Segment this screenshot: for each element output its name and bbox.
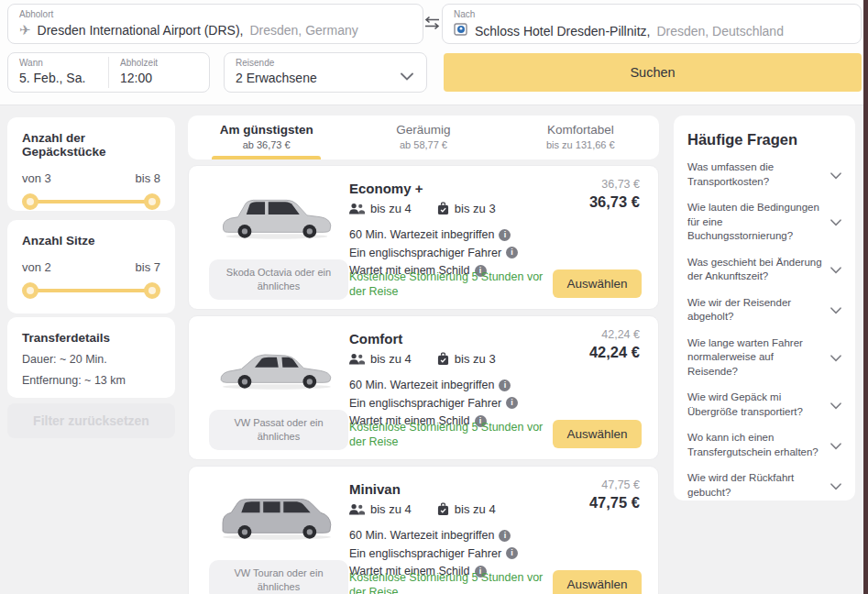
offer-category-tabs: Am günstigsten ab 36,73 € Geräumig ab 58…	[188, 116, 659, 160]
luggage-icon	[437, 352, 449, 366]
transfer-booking-page: Abholort ✈ Dresden International Airport…	[0, 0, 868, 594]
faq-item-arrival-change[interactable]: Was geschieht bei Änderung der Ankunftsz…	[687, 256, 841, 284]
tab-cheapest[interactable]: Am günstigsten ab 36,73 €	[188, 116, 345, 160]
tab-price: bis zu 131,66 €	[502, 139, 659, 150]
slider-handle-min[interactable]	[22, 282, 38, 299]
pickup-location-field[interactable]: Abholort ✈ Dresden International Airport…	[7, 4, 423, 44]
free-cancellation-note: Kostenlose Stornierung 5 Stunden vor der…	[349, 570, 562, 594]
travelers-label: Reisende	[236, 58, 415, 68]
luggage-range-slider[interactable]	[22, 193, 160, 210]
seats-range-slider[interactable]	[22, 282, 160, 299]
dropoff-location-field[interactable]: Nach Schloss Hotel Dresden-Pillnitz, Dre…	[442, 4, 862, 44]
price-total: 47,75 €	[589, 494, 640, 512]
date-field[interactable]: Wann 5. Feb., Sa.	[8, 53, 108, 92]
tab-spacious[interactable]: Geräumig ab 58,77 €	[345, 116, 501, 160]
faq-item-return-trip[interactable]: Wie wird der Rückfahrt gebucht?	[687, 471, 841, 500]
vehicle-model-pill: VW Passat oder ein ähnliches	[209, 410, 348, 450]
transfer-details-card: Transferdetails Dauer: ~ 20 Min. Entfern…	[7, 317, 175, 398]
tab-label: Am günstigsten	[188, 123, 345, 137]
slider-track	[28, 200, 154, 204]
travelers-select[interactable]: Reisende 2 Erwachsene	[224, 52, 427, 93]
offer-title: Economy +	[349, 181, 423, 196]
vehicle-image-sedan	[213, 327, 339, 402]
pickup-time-field[interactable]: Abholzeit 12:00	[109, 53, 209, 92]
chevron-down-icon	[830, 302, 841, 318]
chevron-down-icon	[830, 261, 841, 278]
info-icon[interactable]: i	[506, 397, 518, 409]
passenger-capacity: bis zu 4	[349, 502, 412, 516]
faq-title: Häufige Fragen	[687, 131, 841, 148]
feature-english-driver: Ein englischsprachiger Fahreri	[349, 396, 518, 412]
date-label: Wann	[19, 58, 97, 68]
faq-item-cancellation-terms[interactable]: Wie lauten die Bedingungen für eine Buch…	[687, 201, 841, 244]
tab-label: Komfortabel	[502, 123, 659, 137]
search-bar: Abholort ✈ Dresden International Airport…	[0, 0, 868, 105]
pickup-time-value: 12:00	[120, 71, 152, 85]
vehicle-model-pill: Skoda Octavia oder ein ähnliches	[209, 259, 348, 300]
date-value: 5. Feb., Sa.	[19, 71, 85, 85]
offer-card-economy: Skoda Octavia oder ein ähnliches Economy…	[188, 165, 659, 310]
offer-card-comfort: VW Passat oder ein ähnliches Comfort bis…	[188, 315, 659, 460]
airplane-icon: ✈	[19, 22, 31, 38]
luggage-icon	[437, 502, 449, 516]
dropoff-location-secondary: Dresden, Deutschland	[656, 24, 784, 38]
feature-english-driver: Ein englischsprachiger Fahreri	[349, 546, 518, 562]
tab-label: Geräumig	[345, 123, 501, 137]
free-cancellation-note: Kostenlose Stornierung 5 Stunden vor der…	[349, 420, 562, 450]
offer-title: Comfort	[349, 331, 402, 346]
faq-item-driver-waiting[interactable]: Wie lange warten Fahrer normalerweise au…	[687, 336, 841, 380]
info-icon[interactable]: i	[499, 229, 511, 241]
chevron-down-icon	[830, 349, 841, 366]
luggage-icon	[437, 202, 449, 215]
vehicle-image-hatchback	[213, 177, 339, 252]
price-total: 42,24 €	[589, 344, 640, 361]
luggage-filter-card: Anzahl der Gepäckstücke von 3 bis 8	[7, 117, 175, 211]
faq-item-voucher[interactable]: Wo kann ich einen Transfergutschein erha…	[687, 431, 841, 459]
faq-item-transport-costs[interactable]: Was umfassen die Transportkosten?	[687, 160, 841, 189]
chevron-down-icon	[830, 167, 841, 183]
feature-waiting-time: 60 Min. Wartezeit inbegriffeni	[349, 378, 518, 393]
slider-handle-max[interactable]	[144, 193, 160, 210]
tab-price: ab 58,77 €	[345, 139, 501, 150]
search-button[interactable]: Suchen	[444, 53, 862, 92]
select-offer-button[interactable]: Auswählen	[553, 420, 642, 448]
transfer-distance: Entfernung: ~ 13 km	[22, 374, 160, 387]
passengers-icon	[349, 203, 365, 214]
feature-waiting-time: 60 Min. Wartezeit inbegriffeni	[349, 227, 518, 243]
info-icon[interactable]: i	[499, 380, 511, 391]
passengers-icon	[349, 503, 365, 515]
chevron-down-icon	[830, 437, 841, 454]
pickup-location-value: Dresden International Airport (DRS),	[38, 23, 244, 38]
info-icon[interactable]: i	[506, 547, 518, 559]
passengers-icon	[349, 353, 365, 365]
luggage-capacity: bis zu 4	[437, 502, 496, 516]
select-offer-button[interactable]: Auswählen	[553, 270, 642, 298]
pickup-location-secondary: Dresden, Germany	[249, 23, 357, 38]
slider-handle-min[interactable]	[22, 193, 38, 210]
travelers-value: 2 Erwachsene	[236, 71, 317, 85]
slider-handle-max[interactable]	[144, 282, 160, 299]
dropoff-location-value: Schloss Hotel Dresden-Pillnitz,	[475, 24, 650, 38]
faq-panel: Häufige Fragen Was umfassen die Transpor…	[674, 116, 855, 500]
chevron-down-icon	[830, 397, 841, 413]
info-icon[interactable]: i	[506, 247, 518, 258]
offer-title: Minivan	[349, 481, 401, 497]
swap-locations-icon[interactable]	[423, 12, 441, 34]
transfer-details-title: Transferdetails	[22, 331, 160, 345]
passenger-capacity: bis zu 4	[349, 202, 412, 215]
price-total: 36,73 €	[589, 193, 640, 211]
seats-min-label: von 2	[22, 260, 51, 274]
offer-card-minivan: VW Touran oder ein ähnliches Minivan bis…	[188, 466, 659, 594]
faq-item-oversized-luggage[interactable]: Wie wird Gepäck mi Übergröße transportie…	[687, 390, 841, 419]
vehicle-image-minivan	[213, 478, 339, 553]
reset-filters-button[interactable]: Filter zurücksetzen	[7, 403, 175, 438]
info-icon[interactable]: i	[499, 530, 511, 542]
faq-item-pickup-procedure[interactable]: Wie wir der Reisender abgeholt?	[687, 296, 841, 324]
price-note: 42,24 €	[589, 328, 640, 341]
pickup-time-label: Abholzeit	[120, 58, 198, 68]
luggage-capacity: bis zu 3	[437, 352, 496, 366]
tab-comfortable[interactable]: Komfortabel bis zu 131,66 €	[502, 116, 659, 160]
select-offer-button[interactable]: Auswählen	[553, 570, 642, 594]
transfer-duration: Dauer: ~ 20 Min.	[22, 353, 160, 366]
passenger-capacity: bis zu 4	[349, 352, 412, 366]
